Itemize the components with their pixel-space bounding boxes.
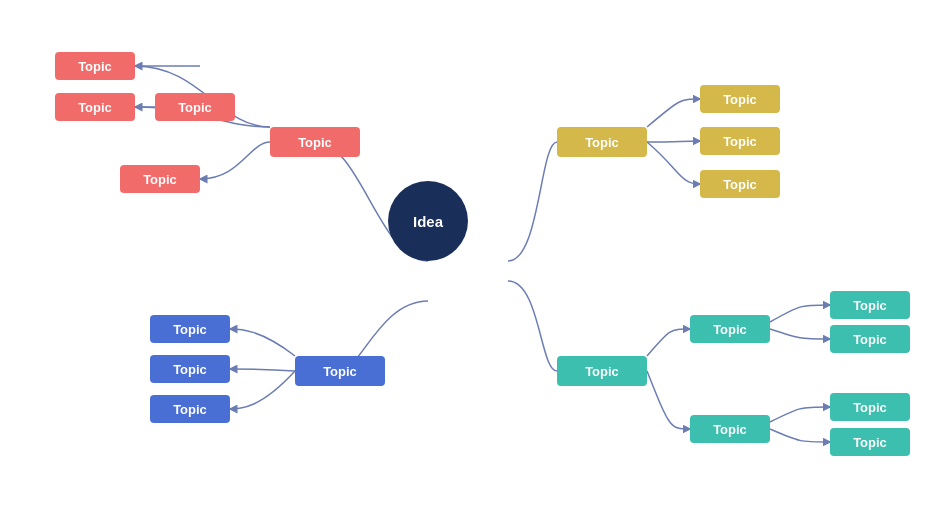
br-sub1a-node[interactable]: Topic [830,291,910,319]
node-label: Topic [723,177,757,192]
node-label: Topic [713,422,747,437]
node-label: Topic [585,135,619,150]
tl-sub2a-node[interactable]: Topic [55,93,135,121]
node-label: Topic [323,364,357,379]
tl-sub1-node[interactable]: Topic [55,52,135,80]
br-mid1-node[interactable]: Topic [690,315,770,343]
tr-sub3-node[interactable]: Topic [700,170,780,198]
center-label: Idea [413,213,443,230]
node-label: Topic [585,364,619,379]
node-label: Topic [298,135,332,150]
top-right-branch-node[interactable]: Topic [557,127,647,157]
tr-sub1-node[interactable]: Topic [700,85,780,113]
tr-sub2-node[interactable]: Topic [700,127,780,155]
br-sub1b-node[interactable]: Topic [830,325,910,353]
node-label: Topic [173,362,207,377]
node-label: Topic [78,59,112,74]
node-label: Topic [723,134,757,149]
bot-left-branch-node[interactable]: Topic [295,356,385,386]
node-label: Topic [853,435,887,450]
node-label: Topic [713,322,747,337]
br-mid2-node[interactable]: Topic [690,415,770,443]
node-label: Topic [178,100,212,115]
node-label: Topic [853,400,887,415]
bot-right-branch-node[interactable]: Topic [557,356,647,386]
br-sub2a-node[interactable]: Topic [830,393,910,421]
connections-svg [0,0,936,521]
node-label: Topic [143,172,177,187]
tl-sub3-node[interactable]: Topic [120,165,200,193]
node-label: Topic [853,332,887,347]
bl-sub3-node[interactable]: Topic [150,395,230,423]
node-label: Topic [723,92,757,107]
top-left-branch-node[interactable]: Topic [270,127,360,157]
br-sub2b-node[interactable]: Topic [830,428,910,456]
tl-sub2b-node[interactable]: Topic [155,93,235,121]
node-label: Topic [173,402,207,417]
node-label: Topic [173,322,207,337]
bl-sub1-node[interactable]: Topic [150,315,230,343]
bl-sub2-node[interactable]: Topic [150,355,230,383]
center-node[interactable]: Idea [388,181,468,261]
mind-map-canvas: Idea Topic Topic Topic Topic Topic Topic… [0,0,936,521]
node-label: Topic [78,100,112,115]
node-label: Topic [853,298,887,313]
